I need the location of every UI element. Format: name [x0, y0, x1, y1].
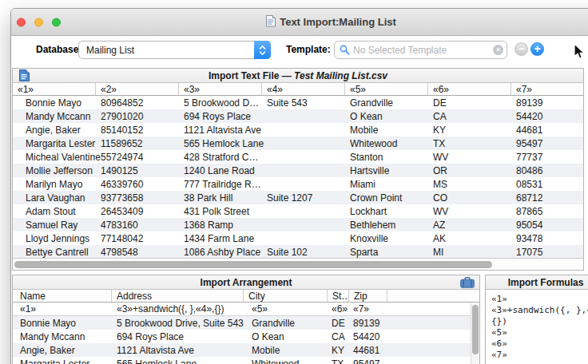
- table-row[interactable]: Margarita Lester11589652565 Hemlock Lane…: [13, 136, 583, 150]
- table-row[interactable]: Marilyn Mayo46339760777 Trailridge R…Mia…: [13, 177, 583, 191]
- table-row[interactable]: Mollie Jefferson14901251240 Lane RoadHar…: [13, 164, 583, 177]
- cell: 44681: [349, 345, 387, 356]
- import-file-header: Import Text File — Test Mailing List.csv: [13, 69, 583, 83]
- cell: Zip: [349, 290, 387, 302]
- cell: Marilyn Mayo: [13, 179, 96, 190]
- cell: 565 Hemlock Lane: [112, 358, 244, 364]
- formula-lines[interactable]: «1»«3»+sandwich({, },«4»,{})«5»«6»«7»: [486, 290, 588, 361]
- table-row[interactable]: Bonnie Mayo5 Brookwood Drive, Suite 543G…: [13, 316, 479, 330]
- table-row[interactable]: Bonnie Mayo809648525 Brookwood D…Suite 5…: [13, 96, 583, 109]
- column-header-row: «1»«2»«3»«4»«5»«6»«7»: [13, 83, 583, 96]
- import-file-table: «1»«2»«3»«4»«5»«6»«7»Bonnie Mayo80964852…: [13, 83, 583, 259]
- import-arrangement-table: NameAddressCitySt…Zip«1»«3»+sandwich({, …: [13, 290, 479, 364]
- cell: Knoxville: [345, 233, 428, 244]
- cell: O Kean: [244, 331, 328, 342]
- cell: Suite 1207: [262, 192, 345, 204]
- cell: 4798548: [96, 247, 179, 258]
- table-row[interactable]: Bettye Cantrell47985481086 Ashby PlaceSu…: [13, 245, 583, 259]
- cell: Lockhart: [345, 206, 428, 217]
- column-header-row: NameAddressCitySt…Zip: [13, 290, 479, 303]
- cell: Adam Stout: [13, 206, 96, 217]
- table-row[interactable]: Samuel Ray47831601368 RampBethlehemAZ950…: [13, 218, 583, 231]
- cell: 89139: [349, 318, 387, 329]
- cell: 85140152: [96, 125, 179, 136]
- table-row[interactable]: Lara Vaughan9377365838 Park HillSuite 12…: [13, 191, 583, 204]
- chevron-up-down-icon: [254, 41, 271, 59]
- table-row[interactable]: Lloyd Jennings771480421434 Farm LaneKnox…: [13, 231, 583, 245]
- cell: 5 Brookwood D…: [179, 97, 262, 109]
- text-import-window: Text Import:Mailing List Database: Maili…: [10, 8, 588, 364]
- table-row[interactable]: Angie, Baker1121 Altavista AveMobileKY44…: [13, 343, 479, 357]
- table-row[interactable]: Angie, Baker851401521121 Altavista AveMo…: [13, 123, 583, 136]
- formula-line: «7»: [491, 350, 588, 361]
- cell: Name: [13, 290, 112, 302]
- add-template-button[interactable]: +: [530, 42, 544, 56]
- cell: 1368 Ramp: [179, 220, 262, 231]
- cell: 777 Trailridge R…: [179, 179, 262, 190]
- cell: 1490125: [96, 165, 179, 176]
- cell: MI: [428, 247, 511, 258]
- cell: 93773658: [96, 192, 179, 204]
- cell: Bettye Cantrell: [13, 247, 96, 258]
- zoom-button[interactable]: [52, 18, 61, 26]
- minimize-button[interactable]: [34, 18, 43, 26]
- cell: «6»: [328, 303, 349, 315]
- document-icon: [265, 15, 276, 30]
- template-search-field[interactable]: ✕: [334, 41, 507, 59]
- cell: Grandville: [244, 318, 328, 329]
- briefcase-icon[interactable]: [460, 277, 475, 291]
- cell: 54420: [349, 331, 387, 342]
- template-search-input[interactable]: [353, 45, 493, 56]
- import-formulas-panel: Import Formulas «1»«3»+sandwich({, },«4»…: [485, 275, 588, 364]
- cell: «6»: [428, 83, 511, 95]
- clear-search-icon[interactable]: ✕: [493, 45, 503, 55]
- file-icon: [18, 69, 30, 84]
- cell: 11589652: [96, 138, 179, 149]
- cell: 431 Polk Street: [179, 206, 262, 217]
- import-formulas-header: Import Formulas: [486, 275, 588, 290]
- vertical-scrollbar-thumb[interactable]: [472, 305, 479, 354]
- cell: 4783160: [96, 220, 179, 231]
- table-row[interactable]: Mandy Mccann694 Roys PlaceO KeanCA54420: [13, 330, 479, 343]
- cell: 80964852: [96, 97, 179, 109]
- window-title-text: Text Import:Mailing List: [280, 16, 396, 28]
- cell: 54420: [511, 111, 583, 122]
- table-row[interactable]: Micheal Valentine55724974428 Stratford C…: [13, 150, 583, 164]
- table-row[interactable]: Mandy Mccann27901020694 Roys PlaceO Kean…: [13, 109, 583, 123]
- database-select[interactable]: Mailing List: [78, 41, 271, 59]
- remove-template-button[interactable]: −: [514, 42, 528, 56]
- cell: KY: [328, 345, 349, 356]
- cell: «3»+sandwich({, },«4»,{}): [112, 303, 244, 315]
- cell: 5 Brookwood Drive, Suite 543: [112, 318, 244, 329]
- vertical-scrollbar[interactable]: [471, 303, 479, 364]
- title-bar[interactable]: Text Import:Mailing List: [11, 9, 588, 36]
- import-arrangement-header: Import Arrangement: [13, 275, 479, 290]
- cell: 68712: [511, 192, 583, 204]
- window-title: Text Import:Mailing List: [265, 15, 396, 30]
- cell: O Kean: [345, 111, 428, 122]
- cell: Mobile: [244, 345, 328, 356]
- traffic-lights: [17, 18, 61, 26]
- cell: 1434 Farm Lane: [179, 233, 262, 244]
- cell: 44681: [511, 125, 583, 136]
- cell: DE: [428, 97, 511, 109]
- cell: 80486: [511, 165, 583, 176]
- cell: 1086 Ashby Place: [179, 247, 262, 258]
- search-icon: [340, 45, 350, 55]
- cell: «3»: [179, 83, 262, 95]
- import-file-title: Import Text File — Test Mailing List.csv: [209, 70, 387, 81]
- horizontal-scrollbar[interactable]: [13, 258, 583, 270]
- table-row[interactable]: Margarita Lester565 Hemlock LaneWhitewoo…: [13, 357, 479, 364]
- cell: AZ: [428, 220, 511, 231]
- cell: «7»: [511, 83, 583, 95]
- cell: CO: [428, 192, 511, 204]
- cell: Mandy Mccann: [13, 111, 96, 122]
- close-button[interactable]: [17, 18, 26, 26]
- table-row[interactable]: Adam Stout26453409431 Polk StreetLockhar…: [13, 204, 583, 218]
- horizontal-scrollbar-thumb[interactable]: [14, 261, 492, 268]
- cell: Whitewood: [345, 138, 428, 149]
- formula-row[interactable]: «1»«3»+sandwich({, },«4»,{})«5»«6»«7»: [13, 303, 479, 316]
- database-select-value: Mailing List: [79, 45, 255, 56]
- cell: Grandville: [345, 97, 428, 109]
- cell: 95497: [511, 138, 583, 149]
